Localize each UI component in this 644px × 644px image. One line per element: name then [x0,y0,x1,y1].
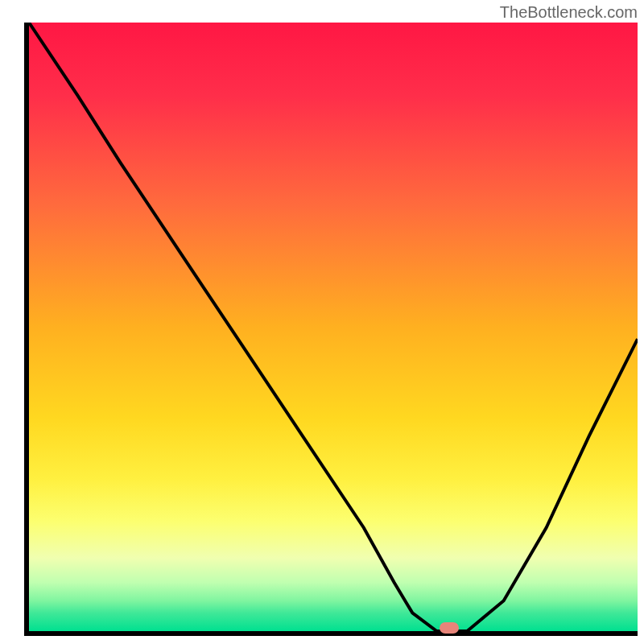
chart-container: TheBottleneck.com [0,0,644,644]
curve-line [29,23,638,631]
optimal-point-marker [440,622,459,634]
watermark-text: TheBottleneck.com [500,3,638,22]
plot-area [24,23,638,636]
